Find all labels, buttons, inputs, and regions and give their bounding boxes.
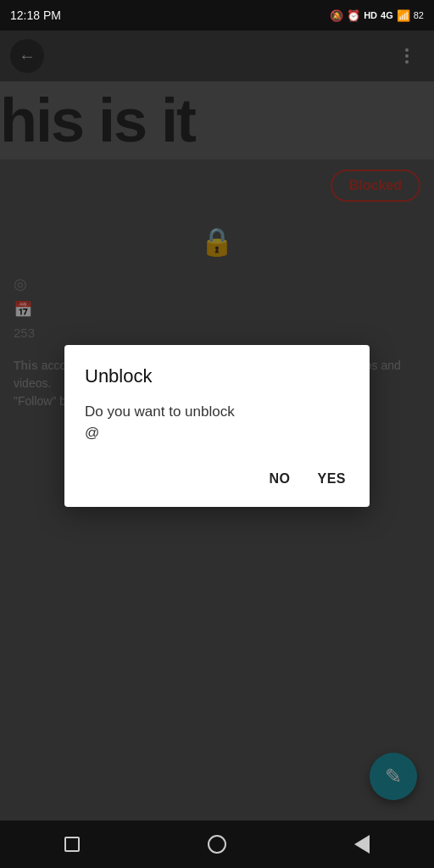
dialog-body-line2: @ <box>85 425 99 441</box>
status-time: 12:18 PM <box>10 8 61 22</box>
back-icon <box>354 835 370 854</box>
battery-icon: 82 <box>414 10 424 20</box>
modal-overlay: Unblock Do you want to unblock @ NO YES <box>0 31 434 821</box>
yes-button[interactable]: YES <box>314 465 349 493</box>
hd-icon: HD <box>364 10 377 20</box>
recent-icon <box>64 837 80 852</box>
mute-icon: 🔕 <box>330 9 343 22</box>
main-content: ← his is it Blocked 🔒 ◎ 📅 253 This accou… <box>0 31 434 821</box>
unblock-dialog: Unblock Do you want to unblock @ NO YES <box>64 345 370 507</box>
home-icon <box>208 835 226 854</box>
status-icons: 🔕 ⏰ HD 4G 📶 82 <box>330 9 424 22</box>
signal-icon: 4G <box>381 10 393 20</box>
nav-recent-button[interactable] <box>55 827 89 861</box>
nav-back-button[interactable] <box>345 827 379 861</box>
status-bar: 12:18 PM 🔕 ⏰ HD 4G 📶 82 <box>0 0 434 31</box>
dialog-body-text: Do you want to unblock <box>85 403 235 420</box>
dialog-body: Do you want to unblock @ <box>85 401 349 444</box>
alarm-icon: ⏰ <box>347 9 360 22</box>
no-button[interactable]: NO <box>265 465 293 493</box>
dialog-actions: NO YES <box>85 465 349 493</box>
dialog-title: Unblock <box>85 365 349 387</box>
bottom-nav <box>0 821 434 868</box>
wifi-icon: 📶 <box>397 9 410 22</box>
nav-home-button[interactable] <box>200 827 234 861</box>
